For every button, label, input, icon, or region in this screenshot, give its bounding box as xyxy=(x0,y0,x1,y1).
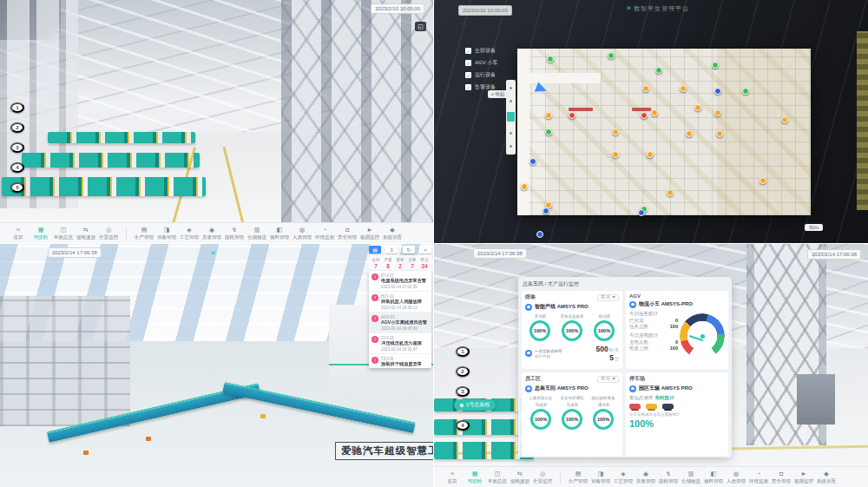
alarm-list-item[interactable]: ! CYJ-21 冲压线压机压力超限 2023-02-14 16:32:47 xyxy=(369,333,431,354)
device-status-marker[interactable] xyxy=(569,112,575,119)
toolbar-item[interactable]: ▥ 仓储物流 xyxy=(246,227,268,240)
map-scale-control[interactable]: 50m xyxy=(805,224,823,231)
legend-collapse-button[interactable]: « 收起 xyxy=(488,90,509,98)
device-status-marker[interactable] xyxy=(638,209,645,216)
toolbar-item[interactable]: ◔ 环境监测 xyxy=(747,471,770,484)
device-status-marker[interactable] xyxy=(714,109,721,116)
toolbar-item[interactable]: ⇆ 巡检漫游 xyxy=(75,227,97,240)
toolbar-item[interactable]: ›‹ 首页 xyxy=(441,471,464,484)
toolbar-item[interactable]: ▤ 生产管理 xyxy=(567,471,589,484)
device-status-marker[interactable] xyxy=(742,88,749,95)
toolbar-item[interactable]: ◧ 物料管理 xyxy=(702,471,725,484)
view-3d-overview: 2023/2/10 10:00:00 ◱ 1 2 3 4 5 ›‹ 首页 xyxy=(0,0,433,243)
alarm-panel-tab[interactable]: ▤ xyxy=(369,246,381,253)
alarm-stat[interactable]: 重要 2 xyxy=(394,257,406,269)
poi-marker[interactable]: 4 xyxy=(456,420,470,431)
poi-marker[interactable]: 1 xyxy=(10,102,24,113)
toolbar-item[interactable]: ◎ 全景监控 xyxy=(97,227,120,240)
toolbar-item-icon: ◍ xyxy=(733,471,739,477)
filter-dropdown[interactable]: 本月 xyxy=(597,294,619,301)
toolbar-item[interactable]: ›‹ 首页 xyxy=(7,227,30,240)
device-status-marker[interactable] xyxy=(647,151,654,158)
toolbar-item[interactable]: ◈ 工艺管理 xyxy=(612,471,635,484)
legend-label: AGV 小车 xyxy=(475,59,497,67)
toolbar-item[interactable]: ▦ 驾驶舱 xyxy=(464,471,486,484)
alarm-icon: ! xyxy=(372,357,378,364)
poi-marker[interactable]: 2 xyxy=(10,122,24,133)
poi-marker[interactable]: 2 xyxy=(456,366,470,377)
fullscreen-icon[interactable]: ◱ xyxy=(415,22,426,31)
device-status-marker[interactable] xyxy=(641,112,648,119)
toolbar-item[interactable]: ◫ 平面总览 xyxy=(486,471,509,484)
device-status-marker[interactable] xyxy=(545,128,552,135)
toolbar-item[interactable]: ◘ 安全管理 xyxy=(336,227,358,240)
assembly-line-tag-label: 1号总装线 xyxy=(466,401,490,409)
legend-label: 全部设备 xyxy=(475,47,496,55)
toolbar-item[interactable]: ◉ 质量管理 xyxy=(635,471,657,484)
device-status-marker[interactable] xyxy=(545,112,552,119)
device-status-marker[interactable] xyxy=(655,67,662,74)
alarm-list-item[interactable]: ! HZJ-12 焊装机器人伺服故障 2023-02-14 16:58:12 xyxy=(369,292,431,313)
poi-marker[interactable]: 5 xyxy=(10,182,24,193)
kpi-label: 完成率 xyxy=(566,402,578,406)
alarm-panel-tab[interactable]: × xyxy=(419,246,431,253)
poi-marker[interactable]: 3 xyxy=(456,386,470,397)
alarm-stat[interactable]: 严重 8 xyxy=(382,257,394,269)
device-status-marker[interactable] xyxy=(714,88,721,95)
device-status-marker[interactable] xyxy=(716,130,723,137)
device-status-marker[interactable] xyxy=(612,151,619,158)
toolbar-item[interactable]: ◧ 物料管理 xyxy=(268,227,291,240)
toolbar-item[interactable]: ▥ 仓储物流 xyxy=(680,471,702,484)
alarm-panel-tab[interactable]: ≡ xyxy=(385,246,398,253)
device-status-marker[interactable] xyxy=(686,130,693,137)
toolbar-item[interactable]: ◘ 安全管理 xyxy=(770,471,792,484)
toolbar-item[interactable]: ▦ 驾驶舱 xyxy=(30,227,52,240)
alarm-list-item[interactable]: ! AGV-03 AGV小车离线通讯告警 2023-02-14 16:45:09 xyxy=(369,313,431,333)
assembly-line-tag[interactable]: 1号总装线 xyxy=(454,399,496,411)
toolbar-item-label: 设备管理 xyxy=(157,234,176,240)
poi-marker[interactable]: 4 xyxy=(10,162,24,173)
alarm-stat[interactable]: 次要 7 xyxy=(406,257,418,269)
alarm-panel-tab[interactable]: ↻ xyxy=(403,246,415,253)
alarm-list-item[interactable]: ! DYJ-07 电源系统电压异常告警 2023-02-14 17:02:35 xyxy=(369,271,431,292)
toolbar-item[interactable]: ► 视频监控 xyxy=(358,227,381,240)
alarm-stat[interactable]: 提示 24 xyxy=(418,257,431,269)
poi-marker[interactable]: 1 xyxy=(456,346,470,357)
toolbar-item[interactable]: ▤ 生产管理 xyxy=(133,227,155,240)
toolbar-item[interactable]: ⇆ 巡检漫游 xyxy=(509,471,531,484)
poi-marker[interactable]: 3 xyxy=(10,142,24,153)
device-name: 总装车间 AMSYS PRO xyxy=(535,385,589,392)
legend-checkbox-item[interactable]: ✓ 运行设备 xyxy=(465,71,497,79)
device-status-marker[interactable] xyxy=(642,85,649,92)
kpi-donut: 岗位技能考核 通过率 100% xyxy=(590,395,616,430)
legend-checkbox-item[interactable]: ✓ AGV 小车 xyxy=(465,59,497,67)
device-status-marker[interactable] xyxy=(680,85,687,92)
toolbar-item[interactable]: ↯ 能耗管理 xyxy=(223,227,246,240)
device-status-marker[interactable] xyxy=(651,109,658,116)
alarm-list-item[interactable]: ! TZJ-05 涂装烘干线温度异常 2023-02-14 16:20:18 xyxy=(369,354,431,368)
device-status-marker[interactable] xyxy=(529,158,536,165)
alarm-stat[interactable]: 全部 7 xyxy=(370,257,382,269)
toolbar-item[interactable]: ◍ 人员管理 xyxy=(725,471,747,484)
toolbar-item[interactable]: ◨ 设备管理 xyxy=(155,227,178,240)
toolbar-item[interactable]: ◔ 环境监测 xyxy=(313,227,336,240)
stat-value: 100 xyxy=(670,346,678,352)
donut-ring: 100% xyxy=(530,409,551,430)
toolbar-item[interactable]: ◆ 系统设置 xyxy=(381,227,404,240)
toolbar-item[interactable]: ◫ 平面总览 xyxy=(52,227,75,240)
toolbar-item[interactable]: ◈ 工艺管理 xyxy=(178,227,201,240)
toolbar-item[interactable]: ◍ 人员管理 xyxy=(291,227,313,240)
alarm-panel: ▤ ≡ ↻ × 全部 7 严重 8 xyxy=(369,246,431,368)
toolbar-item[interactable]: ► 视频监控 xyxy=(792,471,815,484)
alarm-stat-value: 2 xyxy=(398,263,402,269)
toolbar-item[interactable]: ◆ 系统设置 xyxy=(815,471,838,484)
filter-dropdown[interactable]: 本月 xyxy=(597,376,619,383)
toolbar-item[interactable]: ◎ 全景监控 xyxy=(531,471,554,484)
toolbar-item[interactable]: ◨ 设备管理 xyxy=(589,471,612,484)
toolbar-item-icon: ▤ xyxy=(141,227,148,234)
toolbar-item[interactable]: ↯ 能耗管理 xyxy=(657,471,680,484)
legend-checkbox-item[interactable]: ✓ 全部设备 xyxy=(465,47,497,55)
device-status-marker[interactable] xyxy=(536,231,543,238)
device-status-marker[interactable] xyxy=(667,189,674,196)
toolbar-item[interactable]: ◉ 质量管理 xyxy=(201,227,223,240)
